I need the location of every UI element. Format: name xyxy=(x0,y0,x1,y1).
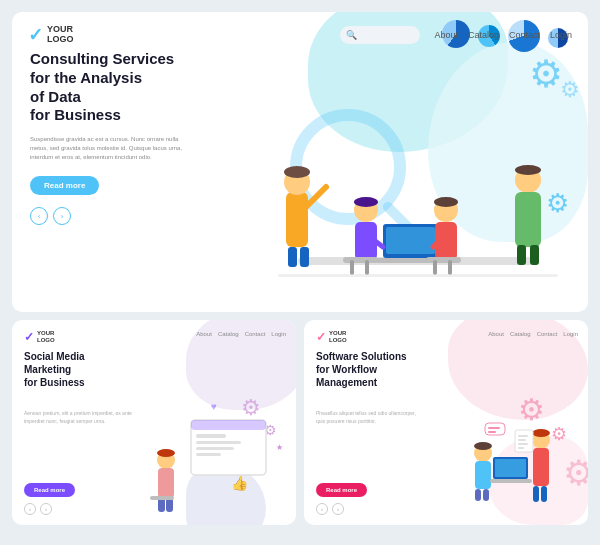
svg-rect-21 xyxy=(515,192,541,247)
main-illustration: ⚙ xyxy=(218,62,588,312)
svg-rect-61 xyxy=(495,459,526,477)
svg-rect-66 xyxy=(541,486,547,502)
svg-rect-64 xyxy=(533,448,549,486)
main-hero-card: ✓ YOUR LOGO 🔍 About Catalog Contact Logi… xyxy=(12,12,588,312)
nav-links: About Catalog Contact Login xyxy=(434,30,572,40)
sc-right-logo: ✓ YOUR LOGO xyxy=(316,330,347,344)
svg-rect-72 xyxy=(518,447,524,449)
svg-rect-74 xyxy=(488,427,500,429)
svg-rect-70 xyxy=(518,439,526,441)
svg-point-59 xyxy=(474,442,492,450)
svg-text:⚙: ⚙ xyxy=(563,453,588,492)
logo-text: YOUR LOGO xyxy=(47,25,74,45)
svg-rect-62 xyxy=(490,479,532,483)
next-arrow-button[interactable]: › xyxy=(53,207,71,225)
sc-left-desc: Aenean pretium, elit a pretium imperdiet… xyxy=(24,410,134,425)
sc-right-nav-login[interactable]: Login xyxy=(563,331,578,337)
sc-right-title: Software Solutions for Workflow Manageme… xyxy=(316,350,407,389)
svg-rect-23 xyxy=(517,245,526,265)
sc-left-nav-contact[interactable]: Contact xyxy=(245,331,266,337)
svg-rect-32 xyxy=(278,274,558,277)
sc-left-title: Social Media Marketing for Business xyxy=(24,350,85,389)
logo: ✓ YOUR LOGO xyxy=(28,24,74,46)
nav-about[interactable]: About xyxy=(434,30,458,40)
svg-rect-38 xyxy=(196,434,226,438)
svg-text:♥: ♥ xyxy=(211,401,217,412)
svg-rect-24 xyxy=(530,245,539,265)
svg-rect-29 xyxy=(426,257,461,263)
sc-right-arrows: ‹ › xyxy=(316,503,344,515)
svg-rect-3 xyxy=(286,192,308,247)
sc-left-nav-about[interactable]: About xyxy=(196,331,212,337)
sc-right-nav-contact[interactable]: Contact xyxy=(537,331,558,337)
svg-rect-31 xyxy=(448,260,452,275)
sc-left-next[interactable]: › xyxy=(40,503,52,515)
svg-rect-28 xyxy=(365,260,369,275)
svg-rect-56 xyxy=(475,461,491,489)
sc-left-prev[interactable]: ‹ xyxy=(24,503,36,515)
sc-left-arrows: ‹ › xyxy=(24,503,52,515)
sc-left-logo-icon: ✓ xyxy=(24,330,34,344)
svg-point-14 xyxy=(354,197,378,207)
svg-point-46 xyxy=(157,449,175,457)
svg-rect-10 xyxy=(386,227,435,254)
hero-description: Suspendisse gravida ac est a cursus. Nun… xyxy=(30,135,190,162)
svg-rect-40 xyxy=(196,447,234,450)
svg-rect-45 xyxy=(166,498,173,512)
svg-point-67 xyxy=(532,429,550,437)
sc-right-logo-text: YOUR LOGO xyxy=(329,330,347,343)
bottom-row: ✓ YOUR LOGO About Catalog Contact Login … xyxy=(12,320,588,525)
sc-left-illustration: ⚙ ⚙ ⚙ 👍 ♥ ★ xyxy=(136,380,296,525)
svg-rect-69 xyxy=(518,435,528,437)
sc-left-read-more[interactable]: Read more xyxy=(24,483,75,497)
hero-title: Consulting Services for the Analysis of … xyxy=(30,50,190,125)
svg-text:⚙: ⚙ xyxy=(546,188,569,218)
main-nav: ✓ YOUR LOGO 🔍 About Catalog Contact Logi… xyxy=(12,24,588,46)
hero-text: Consulting Services for the Analysis of … xyxy=(30,50,190,225)
svg-point-25 xyxy=(515,165,541,175)
svg-rect-44 xyxy=(158,498,165,512)
svg-rect-47 xyxy=(150,496,174,500)
slide-arrows: ‹ › xyxy=(30,207,190,225)
sc-right-nav-catalog[interactable]: Catalog xyxy=(510,331,531,337)
logo-icon: ✓ xyxy=(28,24,43,46)
svg-rect-65 xyxy=(533,486,539,502)
sc-right-read-more[interactable]: Read more xyxy=(316,483,367,497)
sc-left-nav-catalog[interactable]: Catalog xyxy=(218,331,239,337)
nav-right: 🔍 About Catalog Contact Login xyxy=(340,26,572,44)
svg-rect-43 xyxy=(158,468,174,498)
nav-login[interactable]: Login xyxy=(550,30,572,40)
sc-right-nav: About Catalog Contact Login xyxy=(488,331,578,337)
sc-right-prev[interactable]: ‹ xyxy=(316,503,328,515)
sc-left-nav-login[interactable]: Login xyxy=(271,331,286,337)
svg-rect-71 xyxy=(518,443,528,445)
nav-catalog[interactable]: Catalog xyxy=(468,30,499,40)
search-box[interactable]: 🔍 xyxy=(340,26,420,44)
sc-left-logo-text: YOUR LOGO xyxy=(37,330,55,343)
sc-right-next[interactable]: › xyxy=(332,503,344,515)
svg-rect-57 xyxy=(475,489,481,501)
svg-point-6 xyxy=(284,166,310,178)
nav-contact[interactable]: Contact xyxy=(509,30,540,40)
read-more-button[interactable]: Read more xyxy=(30,176,99,195)
svg-rect-30 xyxy=(433,260,437,275)
svg-rect-58 xyxy=(483,489,489,501)
svg-rect-75 xyxy=(488,431,496,433)
svg-text:★: ★ xyxy=(276,443,283,452)
svg-rect-27 xyxy=(350,260,354,275)
sc-right-illustration: ⚙ ⚙ ⚙ ⚙ xyxy=(423,375,588,525)
sc-left-nav: About Catalog Contact Login xyxy=(196,331,286,337)
svg-rect-39 xyxy=(196,441,241,444)
svg-point-18 xyxy=(434,197,458,207)
svg-rect-37 xyxy=(191,420,266,430)
svg-rect-7 xyxy=(288,247,297,267)
svg-rect-41 xyxy=(196,453,221,456)
svg-text:⚙: ⚙ xyxy=(551,424,567,444)
search-icon: 🔍 xyxy=(346,30,357,40)
sc-right-nav-about[interactable]: About xyxy=(488,331,504,337)
svg-rect-26 xyxy=(343,257,378,263)
sc-left-logo: ✓ YOUR LOGO xyxy=(24,330,55,344)
software-solutions-card: ✓ YOUR LOGO About Catalog Contact Login … xyxy=(304,320,588,525)
prev-arrow-button[interactable]: ‹ xyxy=(30,207,48,225)
svg-rect-8 xyxy=(300,247,309,267)
